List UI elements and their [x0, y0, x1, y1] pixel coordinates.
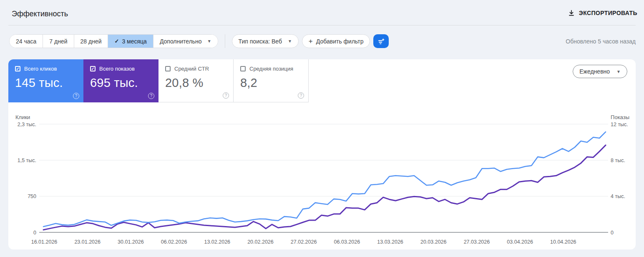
tab-label: 28 дней — [80, 38, 102, 45]
last-updated-text: Обновлено 5 часов назад — [566, 38, 636, 45]
x-axis-tick: 30.01.2026 — [118, 239, 144, 245]
page-title: Эффективность — [12, 10, 68, 18]
metric-label: Средняя позиция — [249, 66, 293, 72]
header-divider — [8, 25, 636, 25]
right-axis-tick: 0 — [611, 230, 614, 236]
tab-more-dates[interactable]: Дополнительно ▼ — [153, 35, 218, 48]
checkbox-checked-icon[interactable] — [90, 66, 96, 71]
help-icon[interactable]: ? — [148, 93, 154, 99]
metric-tiles: Всего кликов 145 тыс. ? Всего показов 69… — [8, 59, 636, 102]
x-axis-tick: 10.04.2026 — [550, 239, 576, 245]
metric-label: Средний CTR — [174, 66, 209, 72]
left-axis-title: Клики — [15, 114, 30, 120]
plus-icon: + — [309, 38, 313, 45]
tab-label: 3 месяца — [122, 38, 146, 45]
metric-tile-total-clicks[interactable]: Всего кликов 145 тыс. ? — [8, 59, 83, 102]
left-axis-tick: 2,3 тыс. — [18, 122, 36, 127]
date-range-tabs: 24 часа 7 дней 28 дней ✓ 3 месяца Дополн… — [9, 34, 218, 48]
left-axis-tick: 0 — [33, 230, 36, 236]
performance-page: Эффективность ЭКСПОРТИРОВАТЬ 24 часа 7 д… — [0, 0, 644, 257]
tab-7-days[interactable]: 7 дней — [43, 35, 74, 48]
right-axis-tick: 4 тыс. — [611, 193, 625, 199]
x-axis-tick: 27.02.2026 — [291, 239, 317, 245]
performance-chart: 007504 тыс.1,5 тыс.8 тыс.2,3 тыс.12 тыс.… — [8, 113, 636, 249]
metric-label: Всего кликов — [24, 66, 57, 72]
series-clicks — [43, 132, 606, 227]
smart-filter-button[interactable] — [373, 34, 389, 48]
metric-value: 695 тыс. — [90, 76, 152, 90]
metric-tile-average-ctr[interactable]: Средний CTR 20,8 % ? — [158, 59, 234, 102]
x-axis-tick: 16.01.2026 — [31, 239, 58, 245]
chevron-down-icon: ▼ — [207, 39, 211, 43]
metric-value: 8,2 — [240, 76, 302, 90]
export-button[interactable]: ЭКСПОРТИРОВАТЬ — [568, 9, 637, 17]
granularity-dropdown[interactable]: Ежедневно ▼ — [573, 65, 627, 78]
x-axis-tick: 27.03.2026 — [464, 239, 490, 245]
add-filter-label: Добавить фильтр — [316, 38, 364, 45]
right-axis-title: Показы — [611, 114, 629, 120]
x-axis-tick: 20.02.2026 — [247, 239, 274, 245]
metric-value: 145 тыс. — [15, 76, 77, 90]
x-axis-tick: 03.04.2026 — [507, 239, 533, 245]
filter-sparkle-icon — [377, 37, 385, 46]
checkbox-unchecked-icon[interactable] — [165, 66, 171, 71]
toolbar-divider — [225, 34, 225, 48]
x-axis-tick: 13.02.2026 — [204, 239, 230, 245]
checkbox-checked-icon[interactable] — [15, 66, 20, 71]
search-type-filter[interactable]: Тип поиска: Веб ▼ — [232, 34, 299, 48]
help-icon[interactable]: ? — [73, 93, 79, 99]
chart-area[interactable]: 007504 тыс.1,5 тыс.8 тыс.2,3 тыс.12 тыс.… — [8, 113, 636, 249]
checkbox-unchecked-icon[interactable] — [240, 66, 246, 71]
metric-label: Всего показов — [99, 66, 135, 72]
right-axis-tick: 12 тыс. — [611, 122, 628, 127]
check-icon: ✓ — [114, 38, 119, 44]
metric-value: 20,8 % — [165, 76, 226, 90]
tab-3-months[interactable]: ✓ 3 месяца — [108, 35, 153, 48]
tab-label: 24 часа — [16, 38, 36, 45]
series-impressions — [43, 145, 606, 230]
tab-28-days[interactable]: 28 дней — [74, 35, 108, 48]
x-axis-tick: 06.03.2026 — [334, 239, 360, 245]
metric-tile-total-impressions[interactable]: Всего показов 695 тыс. ? — [83, 59, 158, 102]
metric-tile-average-position[interactable]: Средняя позиция 8,2 ? — [234, 59, 309, 102]
tab-label: Дополнительно — [160, 38, 202, 45]
right-axis-tick: 8 тыс. — [611, 158, 625, 163]
tab-label: 7 дней — [49, 38, 67, 45]
help-icon[interactable]: ? — [223, 92, 229, 99]
left-axis-tick: 1,5 тыс. — [18, 158, 36, 163]
x-axis-tick: 23.01.2026 — [74, 239, 101, 245]
granularity-label: Ежедневно — [579, 68, 610, 75]
x-axis-tick: 06.02.2026 — [161, 239, 187, 245]
export-label: ЭКСПОРТИРОВАТЬ — [579, 10, 637, 16]
chevron-down-icon: ▼ — [288, 39, 292, 43]
download-icon — [568, 9, 575, 17]
help-icon[interactable]: ? — [298, 92, 304, 99]
x-axis-tick: 20.03.2026 — [420, 239, 447, 245]
tab-24-hours[interactable]: 24 часа — [10, 35, 43, 48]
left-axis-tick: 750 — [28, 193, 36, 199]
search-type-label: Тип поиска: Веб — [239, 38, 282, 45]
chevron-down-icon: ▼ — [616, 69, 621, 74]
performance-card: Всего кликов 145 тыс. ? Всего показов 69… — [8, 59, 636, 249]
x-axis-tick: 13.03.2026 — [377, 239, 403, 245]
add-filter-button[interactable]: + Добавить фильтр — [302, 34, 370, 48]
filter-toolbar: 24 часа 7 дней 28 дней ✓ 3 месяца Дополн… — [9, 34, 636, 48]
